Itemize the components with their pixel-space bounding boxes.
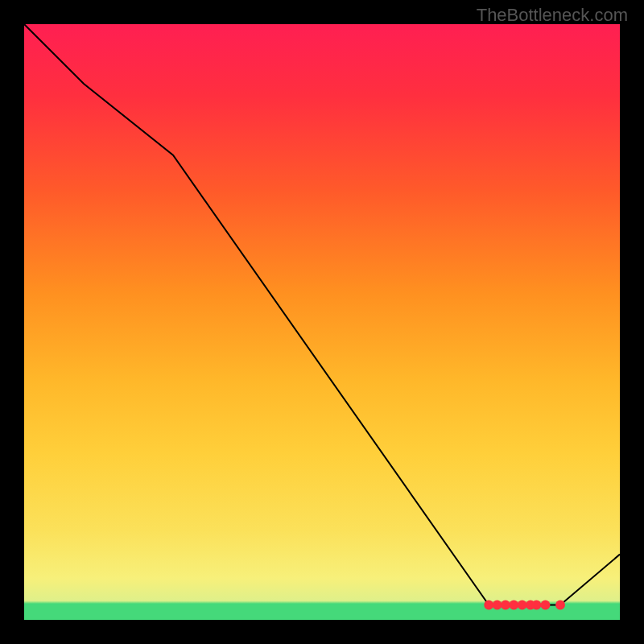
chart-container: TheBottleneck.com <box>0 0 644 644</box>
watermark-text: TheBottleneck.com <box>477 5 628 26</box>
marker-point <box>484 601 493 610</box>
marker-point <box>493 601 502 610</box>
chart-svg <box>24 24 620 620</box>
marker-point <box>541 601 551 610</box>
bottleneck-curve-line <box>24 24 620 605</box>
plot-area <box>24 24 620 620</box>
marker-point <box>509 601 518 610</box>
marker-point <box>518 601 527 610</box>
marker-point <box>555 601 565 610</box>
marker-point <box>501 601 510 610</box>
marker-point <box>531 601 541 610</box>
